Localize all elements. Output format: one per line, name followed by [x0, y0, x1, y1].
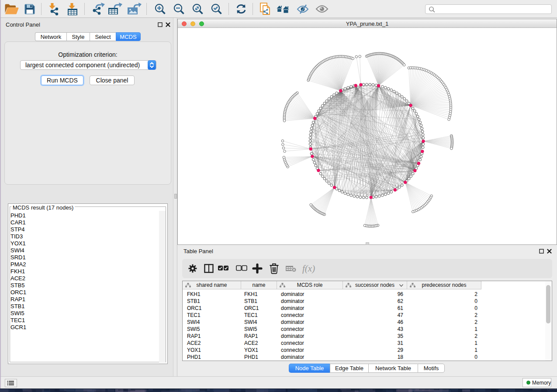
svg-text:f(x): f(x) — [302, 263, 315, 274]
